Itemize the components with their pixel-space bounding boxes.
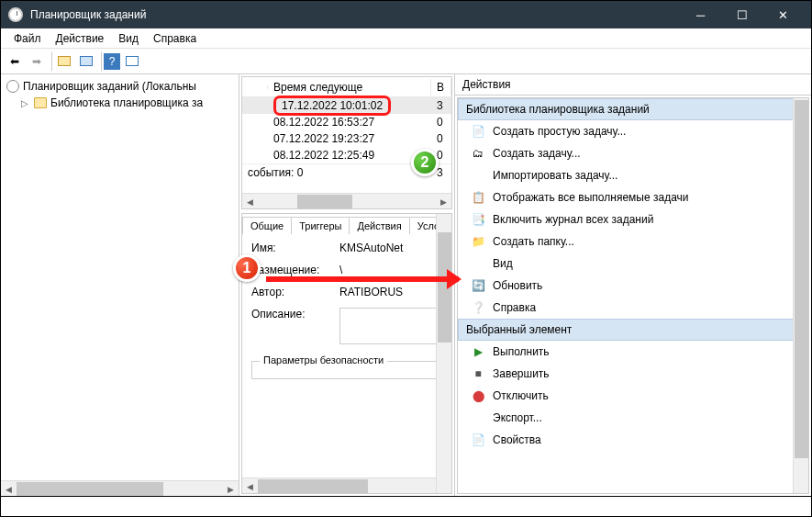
col-next-time[interactable]: Время следующе (268, 79, 431, 96)
menu-action[interactable]: Действие (49, 30, 112, 47)
close-button[interactable]: ✕ (762, 1, 804, 28)
action-label: Вид (493, 257, 513, 270)
tabs: Общие Триггеры Действия Услови ◀▶ (242, 214, 451, 234)
action-label: Создать задачу... (493, 147, 581, 160)
task-details: Общие Триггеры Действия Услови ◀▶ Имя:KM… (241, 213, 452, 494)
tree-library[interactable]: ▷ Библиотека планировщика за (5, 95, 235, 111)
toolbar: ⬅ ➡ ? (1, 49, 811, 74)
main: Планировщик заданий (Локальны ▷ Библиоте… (1, 74, 811, 497)
action-item[interactable]: ▶Выполнить (458, 341, 808, 363)
selected-time: 17.12.2022 10:01:02 (273, 96, 391, 116)
description-field[interactable] (339, 308, 442, 344)
action-item[interactable]: 📁Создать папку... (458, 230, 808, 253)
action-icon: 📁 (471, 234, 485, 249)
general-form: Имя:KMSAutoNet Размещение:\ Автор:RATIBO… (242, 234, 451, 478)
actions-vscroll[interactable] (793, 98, 808, 493)
action-icon: 📄 (471, 433, 485, 447)
label-name: Имя: (251, 242, 334, 254)
expand-icon[interactable]: ▷ (21, 98, 30, 108)
action-icon: 🗂 (471, 146, 485, 161)
annotation-badge-2: 2 (411, 149, 439, 176)
action-label: Отключить (493, 389, 549, 402)
center-panel: Время следующе В 17.12.2022 10:01:02 3 0… (239, 74, 455, 496)
security-legend: Параметры безопасности (260, 354, 387, 365)
menu-help[interactable]: Справка (146, 30, 204, 47)
tree-root[interactable]: Планировщик заданий (Локальны (5, 78, 235, 95)
action-item[interactable]: 🔄Обновить (458, 275, 808, 297)
tree-panel: Планировщик заданий (Локальны ▷ Библиоте… (1, 74, 239, 496)
folder-up-icon[interactable] (54, 51, 74, 72)
annotation-arrow (266, 276, 459, 282)
titlebar: Планировщик заданий ─ ☐ ✕ (1, 1, 811, 28)
action-item[interactable]: ❔Справка (458, 297, 808, 319)
tree-root-label: Планировщик заданий (Локальны (23, 80, 196, 93)
label-author: Автор: (251, 286, 334, 298)
action-label: Выполнить (493, 345, 550, 358)
action-item[interactable]: ⬤Отключить (458, 385, 808, 407)
action-label: Справка (493, 301, 536, 314)
action-label: Создать простую задачу... (493, 125, 626, 138)
back-icon[interactable]: ⬅ (5, 51, 25, 72)
action-icon: 🔄 (471, 278, 485, 293)
action-icon: ▶ (471, 344, 485, 359)
action-icon: 📄 (471, 124, 485, 139)
col-b[interactable]: В (431, 79, 451, 96)
task-row[interactable]: 17.12.2022 10:01:02 3 (242, 97, 451, 114)
action-item[interactable]: 📄Свойства (458, 429, 808, 451)
forward-icon[interactable]: ➡ (27, 51, 47, 72)
task-row[interactable]: 08.12.2022 16:53:270 (242, 114, 451, 130)
value-location: \ (339, 264, 442, 276)
app-icon (8, 7, 23, 22)
window-title: Планировщик заданий (30, 8, 680, 21)
menubar: Файл Действие Вид Справка (1, 28, 811, 49)
action-item[interactable]: ■Завершить (458, 363, 808, 385)
tasklist-hscroll[interactable]: ◀▶ (242, 193, 451, 208)
action-item[interactable]: Вид▶ (458, 253, 808, 275)
label-location: Размещение: (251, 264, 334, 276)
menu-view[interactable]: Вид (111, 30, 146, 47)
action-item[interactable]: 🗂Создать задачу... (458, 142, 808, 164)
tab-actions[interactable]: Действия (349, 217, 409, 234)
action-label: Экспорт... (493, 411, 542, 424)
section-library[interactable]: Библиотека планировщика заданий▲ (458, 98, 808, 120)
action-icon (471, 256, 485, 271)
action-label: Обновить (493, 279, 542, 292)
action-icon (471, 410, 485, 425)
folder-icon (34, 97, 47, 108)
action-label: Отображать все выполняемые задачи (493, 191, 689, 204)
value-name: KMSAutoNet (339, 242, 442, 254)
details-vscroll[interactable] (436, 214, 451, 493)
action-item[interactable]: Экспорт... (458, 407, 808, 429)
task-row[interactable]: 07.12.2022 19:23:270 (242, 130, 451, 147)
action-label: Импортировать задачу... (493, 169, 617, 182)
action-item[interactable]: 📑Включить журнал всех заданий (458, 208, 808, 230)
action-item[interactable]: 📋Отображать все выполняемые задачи (458, 186, 808, 208)
action-icon: 📑 (471, 212, 485, 227)
actions-panel: Действия Библиотека планировщика заданий… (455, 74, 811, 496)
tree-hscroll[interactable]: ◀▶ (1, 480, 239, 496)
tab-triggers[interactable]: Триггеры (291, 217, 350, 234)
tab-general[interactable]: Общие (242, 217, 292, 234)
action-icon (471, 168, 485, 183)
menu-file[interactable]: Файл (6, 30, 49, 47)
action-icon: ■ (471, 366, 485, 381)
action-label: Завершить (493, 367, 550, 380)
tree-library-label: Библиотека планировщика за (50, 96, 203, 109)
action-item[interactable]: Импортировать задачу... (458, 164, 808, 186)
panel2-icon[interactable] (122, 51, 142, 72)
help-icon[interactable]: ? (104, 53, 120, 70)
action-icon: ⬤ (471, 388, 485, 403)
details-hscroll[interactable]: ◀▶ (242, 478, 451, 493)
action-icon: ❔ (471, 300, 485, 315)
annotation-badge-1: 1 (233, 254, 261, 282)
action-item[interactable]: 📄Создать простую задачу... (458, 120, 808, 142)
action-label: Свойства (493, 433, 541, 446)
maximize-button[interactable]: ☐ (721, 1, 762, 28)
action-icon: 📋 (471, 190, 485, 205)
task-list: Время следующе В 17.12.2022 10:01:02 3 0… (241, 76, 452, 209)
label-description: Описание: (251, 308, 334, 344)
action-label: Создать папку... (493, 235, 574, 248)
section-selected[interactable]: Выбранный элемент▲ (458, 319, 808, 341)
panel-icon[interactable] (76, 51, 96, 72)
minimize-button[interactable]: ─ (680, 1, 721, 28)
